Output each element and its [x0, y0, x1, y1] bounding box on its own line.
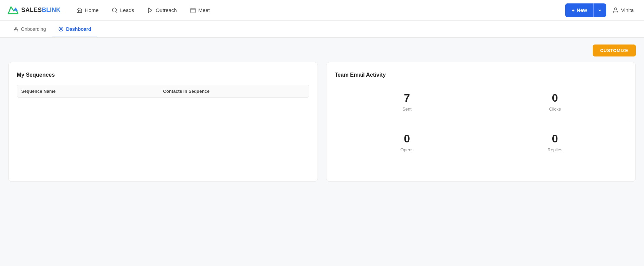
stat-sent-value: 7: [404, 92, 410, 104]
nav-home[interactable]: Home: [71, 4, 104, 16]
stat-opens-value: 0: [404, 132, 410, 145]
chevron-down-icon: [598, 8, 602, 12]
new-plus-symbol: +: [571, 7, 575, 13]
toolbar-row: CUSTOMIZE: [8, 45, 636, 56]
stat-replies-value: 0: [552, 132, 558, 145]
nav-meet-label: Meet: [198, 7, 210, 13]
main-nav: Home Leads Outreach: [71, 4, 565, 16]
onboarding-icon: [13, 26, 18, 32]
svg-line-4: [116, 11, 117, 12]
stat-clicks-value: 0: [552, 92, 558, 104]
new-button[interactable]: + New: [565, 3, 606, 17]
home-icon: [76, 7, 82, 13]
nav-meet[interactable]: Meet: [184, 4, 215, 16]
main-content: CUSTOMIZE My Sequences Sequence Name Con…: [0, 38, 644, 266]
subnav-onboarding-label: Onboarding: [21, 26, 46, 32]
col-contacts-in-sequence: Contacts in Sequence: [163, 89, 305, 94]
sequences-table-body: [17, 100, 309, 107]
team-email-activity-card: Team Email Activity 7 Sent 0 Clicks 0 Op: [326, 62, 636, 182]
user-name: Vinita: [621, 7, 634, 13]
sub-nav: Onboarding Dashboard: [0, 21, 644, 38]
team-email-activity-title: Team Email Activity: [335, 72, 627, 78]
nav-outreach-label: Outreach: [156, 7, 177, 13]
nav-leads-label: Leads: [120, 7, 134, 13]
customize-button[interactable]: CUSTOMIZE: [593, 45, 636, 56]
nav-leads[interactable]: Leads: [106, 4, 140, 16]
new-button-dropdown[interactable]: [594, 3, 606, 17]
logo[interactable]: SALESBLINK: [7, 4, 61, 16]
main-header: SALESBLINK Home Leads: [0, 0, 644, 21]
stat-opens-label: Opens: [400, 147, 413, 152]
salesblink-logo-icon: [7, 4, 19, 16]
stat-clicks-label: Clicks: [549, 106, 561, 112]
activity-stats-grid: 7 Sent 0 Clicks 0 Opens 0 Rep: [335, 85, 627, 159]
meet-icon: [190, 7, 196, 13]
nav-home-label: Home: [85, 7, 99, 13]
svg-point-11: [15, 27, 16, 28]
subnav-onboarding[interactable]: Onboarding: [7, 21, 52, 37]
col-sequence-name: Sequence Name: [21, 89, 163, 94]
stat-replies-label: Replies: [548, 147, 562, 152]
dashboard-icon: [58, 26, 64, 32]
svg-marker-5: [149, 8, 152, 13]
stat-clicks: 0 Clicks: [486, 92, 624, 112]
svg-point-10: [614, 8, 617, 10]
logo-text-sales: SALES: [21, 7, 42, 14]
logo-text-blink: BLINK: [42, 7, 61, 14]
leads-icon: [112, 7, 118, 13]
sequences-table-header: Sequence Name Contacts in Sequence: [17, 85, 309, 98]
stat-opens: 0 Opens: [338, 132, 476, 152]
subnav-dashboard[interactable]: Dashboard: [52, 21, 97, 37]
stat-replies: 0 Replies: [486, 132, 624, 152]
subnav-dashboard-label: Dashboard: [66, 26, 91, 32]
my-sequences-card: My Sequences Sequence Name Contacts in S…: [8, 62, 318, 182]
user-icon: [612, 7, 619, 14]
user-menu[interactable]: Vinita: [609, 5, 637, 16]
svg-point-13: [60, 28, 62, 30]
outreach-icon: [147, 7, 153, 13]
svg-rect-6: [191, 8, 195, 13]
new-button-label: New: [577, 7, 587, 13]
stat-sent-label: Sent: [402, 106, 412, 112]
stat-sent: 7 Sent: [338, 92, 476, 112]
dashboard-grid: My Sequences Sequence Name Contacts in S…: [8, 62, 636, 182]
activity-divider: [335, 122, 627, 122]
my-sequences-title: My Sequences: [17, 72, 309, 78]
nav-outreach[interactable]: Outreach: [142, 4, 182, 16]
header-right: + New Vinita: [565, 3, 637, 17]
